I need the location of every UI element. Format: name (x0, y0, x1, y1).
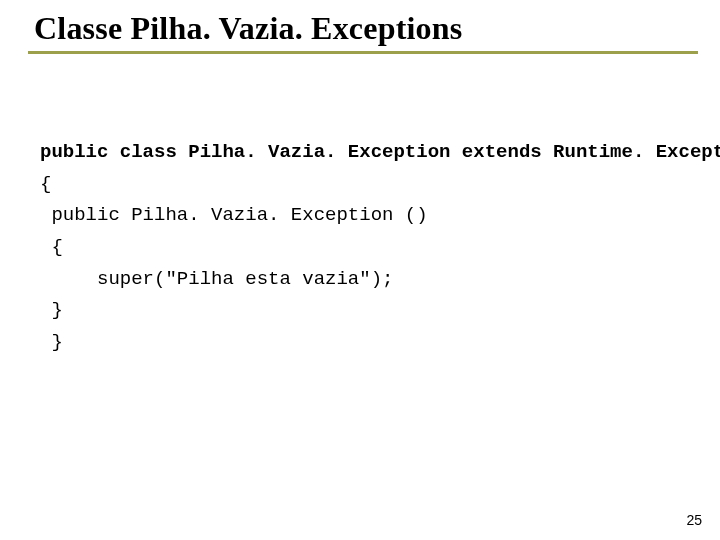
code-line: } (40, 330, 680, 356)
slide-title: Classe Pilha. Vazia. Exceptions (34, 10, 462, 46)
code-line: } (40, 298, 680, 324)
code-line: super("Pilha esta vazia"); (40, 267, 680, 293)
code-line: public Pilha. Vazia. Exception () (40, 203, 680, 229)
code-block: public class Pilha. Vazia. Exception ext… (40, 140, 680, 355)
code-line: { (40, 172, 680, 198)
page-number: 25 (686, 512, 702, 528)
title-block: Classe Pilha. Vazia. Exceptions (28, 10, 698, 54)
code-declaration: public class Pilha. Vazia. Exception ext… (40, 140, 680, 166)
code-line: { (40, 235, 680, 261)
slide: Classe Pilha. Vazia. Exceptions public c… (0, 0, 720, 540)
